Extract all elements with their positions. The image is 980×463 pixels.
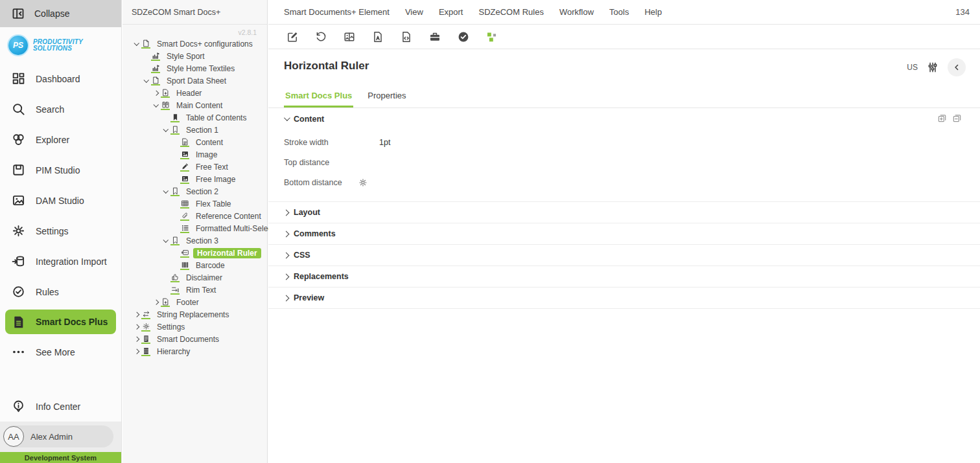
sidebar-item-label: DAM Studio	[36, 196, 84, 206]
tree-node-disclaimer[interactable]: Disclaimer	[122, 271, 267, 284]
tree-node-string-replacements[interactable]: String Replacements	[122, 308, 267, 321]
menu-sdzecom-rules[interactable]: SDZeCOM Rules	[478, 7, 543, 17]
briefcase-toolbar-button[interactable]	[429, 31, 441, 43]
tab-properties[interactable]: Properties	[366, 87, 407, 107]
sidebar-item-rules[interactable]: Rules	[0, 277, 121, 307]
menu-tools[interactable]: Tools	[609, 7, 629, 17]
tree-node-reference-content[interactable]: Reference Content	[122, 210, 267, 222]
sidebar-item-explorer[interactable]: Explorer	[0, 124, 121, 155]
chevron-right-icon[interactable]	[132, 350, 141, 354]
tree-node-label: Header	[174, 88, 204, 98]
menu-smart-documents-element[interactable]: Smart Documents+ Element	[284, 7, 390, 17]
sidebar-item-pim-studio[interactable]: PIM Studio	[0, 155, 121, 185]
section-header-content[interactable]: Content	[268, 108, 980, 130]
sidebar-item-label: Search	[36, 104, 64, 115]
tree-node-sport-data-sheet[interactable]: Sport Data Sheet	[122, 74, 267, 87]
swap-icon	[141, 310, 150, 319]
chevron-right-icon[interactable]	[132, 337, 141, 341]
tree-node-free-text[interactable]: Free Text	[122, 161, 267, 173]
tree-node-formatted-multi-select[interactable]: Formatted Multi-Select	[122, 222, 267, 234]
undo-toolbar-button[interactable]	[315, 31, 327, 43]
sidebar-item-smart-docs-plus[interactable]: Smart Docs Plus	[5, 310, 116, 334]
sidebar-item-info-center[interactable]: Info Center	[0, 391, 121, 422]
tree-node-content[interactable]: Content	[122, 136, 267, 148]
tree-node-barcode[interactable]: Barcode	[122, 259, 267, 271]
field-value[interactable]: 1pt	[379, 138, 390, 147]
section-header-comments[interactable]: Comments	[268, 223, 980, 245]
tree-node-style-sport[interactable]: Style Sport	[122, 50, 267, 62]
notification-counter[interactable]: 134	[955, 7, 970, 17]
tree-node-style-home-textiles[interactable]: Style Home Textiles	[122, 62, 267, 74]
section-header-css[interactable]: CSS	[268, 245, 980, 266]
chevron-right-icon[interactable]	[151, 300, 161, 304]
sidebar-item-integration-import[interactable]: Integration Import	[0, 246, 121, 277]
dots-icon	[12, 345, 25, 359]
section-tools	[937, 113, 962, 123]
bookmark-icon	[170, 113, 180, 122]
field-gear-icon[interactable]	[358, 178, 379, 187]
chevron-right-icon	[283, 209, 290, 216]
codefile-toolbar-button[interactable]	[401, 31, 412, 43]
tree-node-image[interactable]: Image	[122, 148, 267, 161]
tree-node-section-1[interactable]: Section 1	[122, 124, 267, 136]
sidebar-item-dashboard[interactable]: Dashboard	[0, 63, 121, 94]
checkcircle-toolbar-button[interactable]	[458, 31, 469, 43]
tree-node-horizontal-ruler[interactable]: Horizontal Ruler	[122, 247, 267, 259]
tree-node-header[interactable]: Header	[122, 87, 267, 99]
section-header-replacements[interactable]: Replacements	[268, 266, 980, 288]
chevron-down-icon[interactable]	[161, 190, 170, 194]
user-menu-button[interactable]: AA Alex Admin	[3, 425, 113, 447]
tree-node-smart-docs-configurations[interactable]: Smart Docs+ configurations	[122, 38, 267, 50]
docs-icon	[12, 315, 25, 329]
sidebar-item-search[interactable]: Search	[0, 94, 121, 124]
tree-node-table-of-contents[interactable]: Table of Contents	[122, 111, 267, 124]
chevron-down-icon[interactable]	[161, 128, 170, 132]
tree-node-hierarchy[interactable]: Hierarchy	[122, 345, 267, 357]
chevron-right-icon[interactable]	[132, 313, 141, 317]
avatar: AA	[3, 426, 24, 447]
bookimg-toolbar-button[interactable]	[344, 31, 355, 43]
tree-node-section-3[interactable]: Section 3	[122, 234, 267, 247]
section-header-preview[interactable]: Preview	[268, 288, 980, 309]
tree-node-flex-table[interactable]: Flex Table	[122, 198, 267, 210]
sidebar-item-dam-studio[interactable]: DAM Studio	[0, 185, 121, 216]
content-icon	[180, 138, 189, 147]
tree-node-section-2[interactable]: Section 2	[122, 185, 267, 198]
user-strip: AA Alex Admin	[0, 422, 121, 452]
menu-help[interactable]: Help	[644, 7, 662, 17]
menu-view[interactable]: View	[405, 7, 423, 17]
tree-node-rim-text[interactable]: Rim Text	[122, 284, 267, 296]
sections-container: ContentStroke width1ptTop distanceBottom…	[268, 108, 980, 309]
list-icon	[180, 224, 189, 233]
copyminus-icon[interactable]	[952, 113, 962, 123]
hierarchy-icon	[141, 347, 150, 356]
back-button[interactable]	[948, 58, 966, 76]
pdffile-toolbar-button[interactable]	[372, 31, 384, 43]
tree-node-label: Flex Table	[193, 199, 233, 209]
brand-logo[interactable]: PS PRODUCTIVITY SOLUTIONS	[0, 27, 121, 63]
orgsq-toolbar-button[interactable]	[486, 31, 498, 43]
filter-sliders-button[interactable]	[927, 62, 939, 73]
chevron-right-icon[interactable]	[132, 325, 141, 329]
tree-node-settings[interactable]: Settings	[122, 321, 267, 333]
section-icon	[170, 126, 180, 135]
sidebar-item-see-more[interactable]: See More	[0, 337, 121, 367]
chevron-down-icon[interactable]	[161, 239, 170, 243]
section-header-layout[interactable]: Layout	[268, 202, 980, 223]
menu-workflow[interactable]: Workflow	[559, 7, 594, 17]
tree-node-main-content[interactable]: Main Content	[122, 99, 267, 111]
sidebar-item-settings[interactable]: Settings	[0, 216, 121, 246]
copyplus-icon[interactable]	[937, 113, 947, 123]
tree-node-smart-documents[interactable]: Smart Documents	[122, 333, 267, 345]
chevron-down-icon[interactable]	[132, 42, 141, 46]
tree-node-free-image[interactable]: Free Image	[122, 173, 267, 185]
locale-label[interactable]: US	[907, 63, 918, 72]
tree-node-footer[interactable]: Footer	[122, 296, 267, 308]
menu-export[interactable]: Export	[439, 7, 463, 17]
chevron-down-icon[interactable]	[151, 104, 161, 107]
chevron-down-icon[interactable]	[141, 79, 151, 83]
chevron-right-icon[interactable]	[151, 91, 161, 95]
tab-smart-docs-plus[interactable]: Smart Docs Plus	[284, 87, 353, 107]
collapse-button[interactable]: Collapse	[0, 0, 121, 27]
edit-toolbar-button[interactable]	[286, 31, 298, 43]
